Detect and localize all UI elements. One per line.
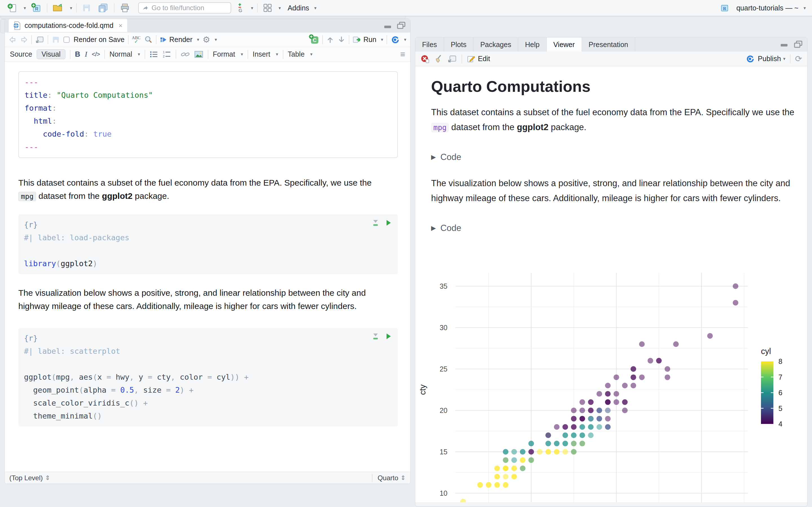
viewer-content[interactable]: Quarto Computations This dataset contain… [415, 66, 807, 502]
goto-file-box[interactable] [138, 2, 231, 13]
edit-button[interactable]: Edit [467, 55, 490, 63]
image-icon[interactable] [194, 50, 203, 58]
format-caret[interactable]: ▾ [241, 52, 243, 57]
outline-location[interactable]: (Top Level) [9, 474, 43, 482]
run-chunk-icon[interactable] [386, 219, 392, 226]
save-button[interactable] [81, 2, 93, 13]
git-caret[interactable]: ▾ [251, 5, 253, 11]
insert-chunk-icon: C [309, 34, 319, 44]
addins-caret[interactable]: ▾ [314, 5, 317, 11]
spellcheck-button[interactable]: ABC ✓ [132, 36, 141, 44]
goto-file-input[interactable] [151, 4, 227, 12]
run-next-icon[interactable] [338, 36, 345, 44]
search-icon[interactable] [144, 36, 153, 44]
tab-help[interactable]: Help [518, 38, 546, 52]
stop-icon[interactable] [420, 54, 429, 63]
maximize-pane-icon[interactable] [397, 22, 406, 30]
svg-text:cty: cty [418, 384, 427, 395]
doc-type-updown-icon[interactable]: ⇕ [401, 474, 406, 482]
svg-text:R: R [723, 6, 726, 11]
run-label: Run [363, 36, 376, 44]
project-menu[interactable]: quarto-tutorials — ~ [737, 4, 799, 12]
run-button[interactable]: Run [353, 36, 376, 44]
minimize-pane-icon[interactable] [384, 22, 392, 29]
doc-type-label[interactable]: Quarto [377, 474, 398, 482]
close-tab-icon[interactable]: × [118, 22, 122, 30]
svg-text:R: R [35, 6, 38, 11]
viewer-toolbar: Edit Publish ▾ ⟳ [415, 52, 807, 66]
inline-code-icon[interactable]: </> [92, 51, 100, 58]
pencil-icon [467, 55, 475, 63]
run-chunks-above-icon[interactable] [372, 332, 379, 340]
link-icon[interactable] [181, 51, 190, 58]
document-canvas[interactable]: ---title: "Quarto Computations"format: h… [5, 62, 410, 472]
editor-tab-strip: computations-code-fold.qmd × [5, 19, 410, 33]
table-caret[interactable]: ▾ [310, 52, 312, 57]
viewer-tab-strip: Files Plots Packages Help Viewer Present… [415, 38, 807, 52]
gear-icon[interactable]: ⚙ [203, 35, 210, 45]
git-commit-button[interactable]: G [235, 2, 246, 13]
insert-chunk-button[interactable]: C [309, 34, 319, 45]
broom-icon[interactable] [434, 54, 443, 63]
insert-menu[interactable]: Insert [253, 50, 270, 58]
panes-caret[interactable]: ▾ [278, 5, 281, 11]
paragraph-style-dropdown[interactable]: Normal [109, 50, 132, 58]
code-chunk-load-packages[interactable]: {r}#| label: load-packages library(ggplo… [18, 214, 398, 274]
outline-icon[interactable]: ≡ [400, 50, 405, 59]
table-menu[interactable]: Table [288, 50, 305, 58]
editor-toolbar: Render on Save ABC ✓ Render ▾ ⚙ ▾ C [5, 33, 410, 47]
render-button[interactable]: Render [160, 36, 193, 44]
tab-packages[interactable]: Packages [473, 38, 518, 52]
forward-icon[interactable] [20, 36, 28, 43]
run-chunk-icon[interactable] [386, 333, 392, 340]
minimize-pane-icon[interactable] [780, 41, 789, 48]
tab-files[interactable]: Files [415, 38, 444, 52]
run-chunks-above-icon[interactable] [372, 219, 379, 227]
checkbox-icon[interactable] [63, 37, 70, 43]
publish-caret[interactable]: ▾ [404, 37, 406, 42]
format-menu[interactable]: Format [213, 50, 235, 58]
tab-plots[interactable]: Plots [444, 38, 474, 52]
code-fold-toggle-2[interactable]: ▶ Code [431, 223, 807, 233]
back-icon[interactable] [9, 36, 17, 43]
insert-caret[interactable]: ▾ [276, 52, 278, 57]
editor-tab[interactable]: computations-code-fold.qmd × [9, 19, 128, 32]
new-file-caret[interactable]: ▾ [24, 5, 26, 11]
render-on-save-checkbox[interactable]: Render on Save [63, 36, 124, 44]
popout-window-icon[interactable] [35, 36, 44, 44]
render-caret[interactable]: ▾ [197, 37, 199, 42]
popout-window-icon[interactable] [448, 55, 457, 63]
maximize-pane-icon[interactable] [794, 41, 803, 48]
new-file-button[interactable] [6, 2, 18, 13]
code-chunk-scatterplot[interactable]: {r}#| label: scatterplot ggplot(mpg, aes… [18, 328, 398, 427]
numbered-list-icon[interactable]: 1 2 [163, 51, 171, 58]
addins-menu[interactable]: Addins [288, 4, 309, 12]
svg-text:20: 20 [440, 406, 448, 414]
refresh-icon[interactable]: ⟳ [795, 54, 802, 64]
save-all-button[interactable] [96, 2, 110, 13]
gear-caret[interactable]: ▾ [214, 37, 217, 42]
run-previous-icon[interactable] [326, 36, 334, 44]
open-file-caret[interactable]: ▾ [70, 5, 72, 11]
tab-viewer[interactable]: Viewer [547, 38, 582, 52]
publish-button[interactable]: Publish ▾ [746, 54, 785, 63]
project-cube-icon: R [719, 3, 730, 13]
bullet-list-icon[interactable] [150, 51, 158, 58]
tab-presentation[interactable]: Presentation [582, 38, 635, 52]
code-fold-toggle-1[interactable]: ▶ Code [431, 152, 807, 162]
panes-layout-button[interactable] [262, 2, 273, 13]
source-mode-button[interactable]: Source [10, 50, 32, 58]
print-button[interactable] [118, 2, 132, 13]
paragraph-style-caret[interactable]: ▾ [138, 52, 140, 57]
yaml-block[interactable]: ---title: "Quarto Computations"format: h… [18, 71, 398, 158]
bold-icon[interactable]: B [75, 50, 80, 59]
publish-icon[interactable] [391, 35, 400, 44]
run-caret[interactable]: ▾ [381, 37, 383, 42]
open-file-button[interactable] [51, 2, 65, 13]
outline-location-updown-icon[interactable]: ⇕ [45, 474, 50, 482]
visual-mode-button[interactable]: Visual [37, 49, 65, 59]
new-project-button[interactable]: R [30, 2, 43, 13]
project-caret[interactable]: ▾ [804, 5, 806, 11]
italic-icon[interactable]: I [85, 50, 87, 59]
save-doc-icon[interactable] [52, 36, 60, 44]
